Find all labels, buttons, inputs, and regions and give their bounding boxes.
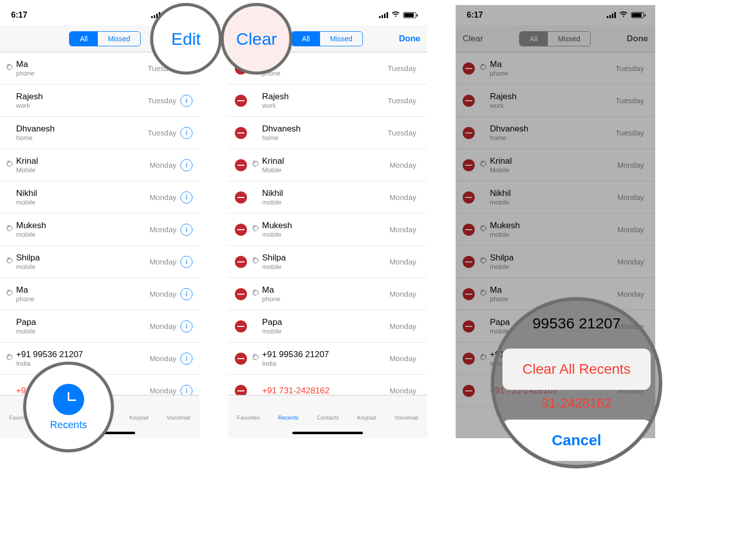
delete-icon[interactable] [235,127,247,139]
seg-all[interactable]: All [70,32,98,46]
delete-icon[interactable] [235,95,247,107]
call-row[interactable]: NikhilmobileMonday [228,181,427,214]
call-row[interactable]: KrinalMobileMondayi [0,149,200,181]
delete-icon[interactable] [235,353,247,365]
info-icon[interactable]: i [180,159,193,171]
call-time: Monday [390,161,416,169]
tab-voicemail[interactable]: Voicemail [395,399,418,421]
delete-icon[interactable] [235,288,247,300]
call-row[interactable]: PapamobileMonday [228,310,427,343]
call-row[interactable]: NikhilmobileMondayi [0,181,200,214]
tab-recents[interactable]: Recents [278,399,298,421]
call-row[interactable]: MaphoneMondayi [0,278,200,310]
call-row[interactable]: PapamobileMondayi [0,310,200,343]
home-indicator[interactable] [292,432,363,434]
status-indicators [379,11,416,20]
battery-icon [403,12,416,18]
magnifier-clear: Clear [221,3,292,75]
call-row[interactable]: MukeshmobileMondayi [0,214,200,246]
info-icon[interactable]: i [180,224,193,236]
contact-name: Ma [262,285,390,295]
contact-name: +91 731-2428162 [262,386,390,396]
call-row[interactable]: DhvaneshhomeTuesday [228,117,427,149]
contact-name: Mukesh [16,221,150,231]
contact-subtitle: mobile [16,231,150,238]
tab-keypad[interactable]: Keypad [357,399,376,421]
info-icon[interactable]: i [180,353,193,365]
contact-subtitle: Mobile [16,166,150,174]
info-icon[interactable]: i [180,95,193,107]
info-icon[interactable]: i [180,256,193,268]
info-icon[interactable]: i [180,127,193,139]
tab-voicemail[interactable]: Voicemail [167,399,191,421]
info-icon[interactable]: i [180,288,193,300]
call-time: Monday [150,322,176,330]
info-icon[interactable]: i [180,320,193,332]
contact-subtitle: mobile [16,198,150,206]
contact-name: Ma [16,59,148,70]
contact-subtitle: home [262,134,388,142]
call-row[interactable]: MukeshmobileMonday [228,214,427,246]
clear-all-recents-button[interactable]: Clear All Recents [502,349,651,390]
call-list[interactable]: MaphoneTuesdayiRajeshworkTuesdayiDhvanes… [0,52,200,407]
status-time: 6:17 [11,11,27,20]
contact-name: Papa [16,317,150,327]
call-time: Monday [150,161,176,169]
edit-button-zoom[interactable]: Edit [171,29,201,49]
outgoing-call-icon [251,160,260,170]
call-row[interactable]: RajeshworkTuesday [228,85,427,117]
outgoing-call-icon [5,289,14,299]
outgoing-call-icon [251,225,260,235]
contact-subtitle: mobile [16,263,150,270]
call-row[interactable]: KrinalMobileMonday [228,149,427,181]
contact-name: Papa [262,317,390,327]
call-time: Monday [390,225,416,234]
segmented-control[interactable]: All Missed [291,31,363,46]
contact-subtitle: work [262,102,388,109]
clock-icon [53,384,84,415]
magnifier-action-sheet: 99536 21207 Clear All Recents 31-2428162… [491,297,662,468]
call-time: Monday [150,290,176,298]
call-list[interactable]: MaphoneTuesdayRajeshworkTuesdayDhvaneshh… [228,52,427,407]
call-row[interactable]: +91 99536 21207IndiaMonday [228,343,427,375]
contact-name: Ma [16,285,150,295]
call-time: Monday [150,257,176,266]
call-time: Monday [390,290,416,298]
outgoing-call-icon [5,257,14,267]
contact-name: Dhvanesh [16,124,148,134]
call-time: Tuesday [148,96,176,105]
tab-favorites[interactable]: Favorites [237,399,260,421]
seg-missed[interactable]: Missed [98,32,140,46]
tab-contacts[interactable]: Contacts [317,399,339,421]
call-row[interactable]: ShilpamobileMondayi [0,246,200,278]
contact-subtitle: mobile [262,263,390,270]
call-time: Monday [150,386,176,395]
call-row[interactable]: DhvaneshhomeTuesdayi [0,117,200,149]
delete-icon[interactable] [235,191,247,204]
info-icon[interactable]: i [180,191,193,204]
cellular-icon [379,12,388,18]
tab-keypad[interactable]: Keypad [130,399,148,421]
delete-icon[interactable] [235,256,247,268]
delete-icon[interactable] [235,224,247,236]
call-row[interactable]: +91 99536 21207IndiaMondayi [0,343,200,375]
delete-icon[interactable] [235,320,247,332]
contact-subtitle: Mobile [262,166,390,174]
call-time: Monday [150,193,176,201]
delete-icon[interactable] [235,159,247,171]
contact-subtitle: work [16,102,148,109]
clear-button-zoom[interactable]: Clear [236,29,277,49]
recents-label[interactable]: Recents [50,419,87,431]
call-time: Tuesday [388,64,416,73]
call-row[interactable]: RajeshworkTuesdayi [0,85,200,117]
contact-subtitle: India [262,360,390,367]
segmented-control[interactable]: All Missed [69,31,141,46]
done-button[interactable]: Done [399,34,420,44]
contact-subtitle: phone [262,295,390,303]
call-row[interactable]: ShilpamobileMonday [228,246,427,278]
seg-all[interactable]: All [292,32,320,46]
seg-missed[interactable]: Missed [320,32,362,46]
call-time: Monday [390,354,416,363]
contact-subtitle: mobile [262,198,390,206]
call-row[interactable]: MaphoneMonday [228,278,427,310]
